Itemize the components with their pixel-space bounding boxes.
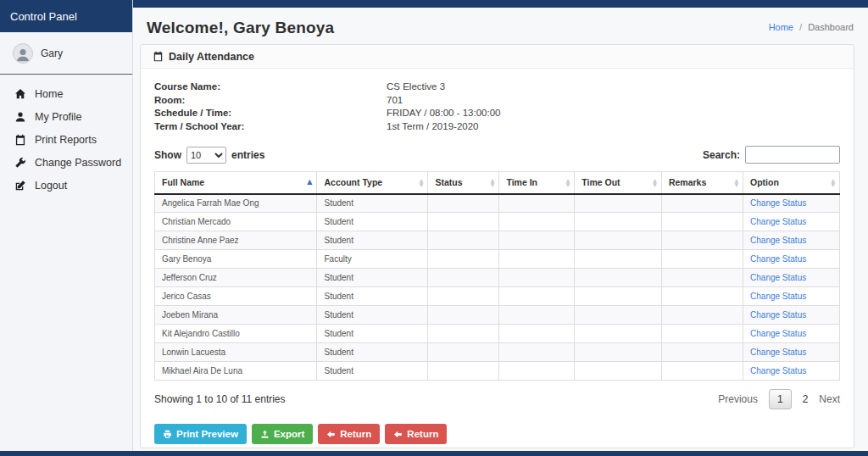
- term-value: 1st Term / 2019-2020: [387, 120, 478, 134]
- sidebar-user: Gary: [0, 32, 132, 74]
- column-header-time-in[interactable]: Time In▲▼: [499, 172, 575, 194]
- option-cell: Change Status: [743, 325, 840, 343]
- sort-icon: ▲▼: [566, 179, 570, 186]
- avatar: [13, 43, 33, 64]
- course-info-row: Room: 701: [154, 94, 840, 108]
- change-status-link[interactable]: Change Status: [750, 254, 806, 264]
- column-header-status[interactable]: Status▲▼: [428, 172, 499, 194]
- full-name-cell: Angelica Farrah Mae Ong: [155, 194, 317, 213]
- time-in-cell: [499, 194, 575, 213]
- account-type-cell: Student: [317, 213, 428, 231]
- page-title: Welcome!, Gary Benoya: [134, 8, 868, 37]
- sidebar-item-label: Print Reports: [35, 134, 97, 146]
- next-page-button[interactable]: Next: [819, 393, 840, 405]
- return-button-2[interactable]: Return: [385, 424, 447, 444]
- previous-page-button[interactable]: Previous: [718, 393, 758, 405]
- page-2-button[interactable]: 2: [803, 393, 809, 405]
- time-in-cell: [499, 250, 575, 269]
- page-1-button[interactable]: 1: [769, 389, 792, 409]
- account-type-cell: Student: [317, 325, 428, 343]
- change-status-link[interactable]: Change Status: [750, 366, 806, 375]
- export-button[interactable]: Export: [252, 424, 313, 444]
- breadcrumb-home-link[interactable]: Home: [769, 22, 793, 32]
- search-control: Search:: [703, 146, 840, 164]
- sidebar-item-home[interactable]: Home: [0, 82, 132, 105]
- length-control: Show 10 entries: [154, 147, 264, 164]
- table-controls: Show 10 entries Search:: [154, 146, 840, 164]
- time-in-cell: [499, 343, 575, 362]
- user-name: Gary: [41, 47, 63, 59]
- sidebar-item-my-profile[interactable]: My Profile: [0, 105, 132, 128]
- remarks-cell: [661, 250, 743, 269]
- table-row: Lonwin LacuestaStudentChange Status: [155, 343, 840, 362]
- change-status-link[interactable]: Change Status: [750, 348, 806, 357]
- option-cell: Change Status: [743, 306, 840, 325]
- account-type-cell: Student: [317, 269, 428, 287]
- printer-icon: [163, 430, 172, 439]
- change-status-link[interactable]: Change Status: [750, 310, 806, 320]
- change-status-link[interactable]: Change Status: [750, 329, 806, 338]
- sort-icon: ▲▼: [734, 179, 738, 186]
- option-cell: Change Status: [743, 231, 840, 250]
- table-info: Showing 1 to 10 of 11 entries: [154, 393, 286, 405]
- breadcrumb: Home / Dashboard: [769, 22, 854, 32]
- full-name-cell: Jerico Casas: [155, 287, 317, 306]
- account-type-cell: Student: [317, 194, 428, 213]
- table-row: Gary BenoyaFacultyChange Status: [155, 250, 840, 269]
- account-type-cell: Student: [317, 343, 428, 362]
- option-cell: Change Status: [743, 287, 840, 306]
- sidebar-item-change-password[interactable]: Change Password: [0, 151, 132, 174]
- remarks-cell: [661, 362, 743, 381]
- column-header-remarks[interactable]: Remarks▲▼: [661, 172, 743, 194]
- show-label: Show: [154, 149, 181, 161]
- account-type-cell: Student: [317, 306, 428, 325]
- course-info-row: Course Name: CS Elective 3: [154, 81, 840, 94]
- account-type-cell: Faculty: [317, 250, 428, 269]
- page-length-select[interactable]: 10: [186, 147, 226, 164]
- change-status-link[interactable]: Change Status: [750, 217, 806, 226]
- status-cell: [428, 213, 499, 231]
- account-type-cell: Student: [317, 231, 428, 250]
- sidebar-item-logout[interactable]: Logout: [0, 174, 132, 197]
- time-in-cell: [499, 287, 575, 306]
- column-header-account-type[interactable]: Account Type▲▼: [317, 172, 428, 194]
- sidebar-item-print-reports[interactable]: Print Reports: [0, 128, 132, 151]
- search-input[interactable]: [745, 146, 840, 164]
- course-info-row: Schedule / Time: FRIDAY / 08:00 - 13:00:…: [154, 107, 840, 120]
- time-out-cell: [575, 325, 662, 343]
- change-status-link[interactable]: Change Status: [750, 292, 806, 301]
- column-header-full-name[interactable]: Full Name▲: [155, 172, 317, 194]
- remarks-cell: [661, 231, 743, 250]
- time-out-cell: [575, 231, 662, 250]
- breadcrumb-separator: /: [799, 22, 802, 32]
- table-row: Jefferson CruzStudentChange Status: [155, 269, 840, 287]
- room-value: 701: [387, 94, 403, 108]
- column-header-time-out[interactable]: Time Out▲▼: [575, 172, 662, 194]
- sort-asc-icon: ▲: [307, 179, 312, 186]
- remarks-cell: [661, 306, 743, 325]
- entries-label: entries: [231, 149, 264, 161]
- home-icon: [14, 88, 26, 100]
- change-status-link[interactable]: Change Status: [750, 198, 806, 208]
- table-header-row: Full Name▲ Account Type▲▼ Status▲▼ Time …: [155, 172, 840, 194]
- account-type-cell: Student: [317, 362, 428, 381]
- time-in-cell: [499, 362, 575, 381]
- column-header-option[interactable]: Option▲▼: [743, 172, 840, 194]
- time-out-cell: [575, 213, 662, 231]
- change-status-link[interactable]: Change Status: [750, 236, 806, 245]
- account-type-cell: Student: [317, 287, 428, 306]
- status-cell: [428, 287, 499, 306]
- table-row: Jerico CasasStudentChange Status: [155, 287, 840, 306]
- time-out-cell: [575, 343, 662, 362]
- change-status-link[interactable]: Change Status: [750, 273, 806, 282]
- print-preview-button[interactable]: Print Preview: [154, 424, 247, 444]
- table-row: Christian MercadoStudentChange Status: [155, 213, 840, 231]
- arrow-left-icon: [326, 430, 336, 439]
- option-cell: Change Status: [743, 269, 840, 287]
- status-cell: [428, 325, 499, 343]
- room-label: Room:: [154, 94, 387, 108]
- table-row: Mikhael Aira De LunaStudentChange Status: [155, 362, 840, 381]
- course-info: Course Name: CS Elective 3 Room: 701 Sch…: [154, 81, 840, 133]
- time-out-cell: [575, 306, 662, 325]
- return-button[interactable]: Return: [318, 424, 380, 444]
